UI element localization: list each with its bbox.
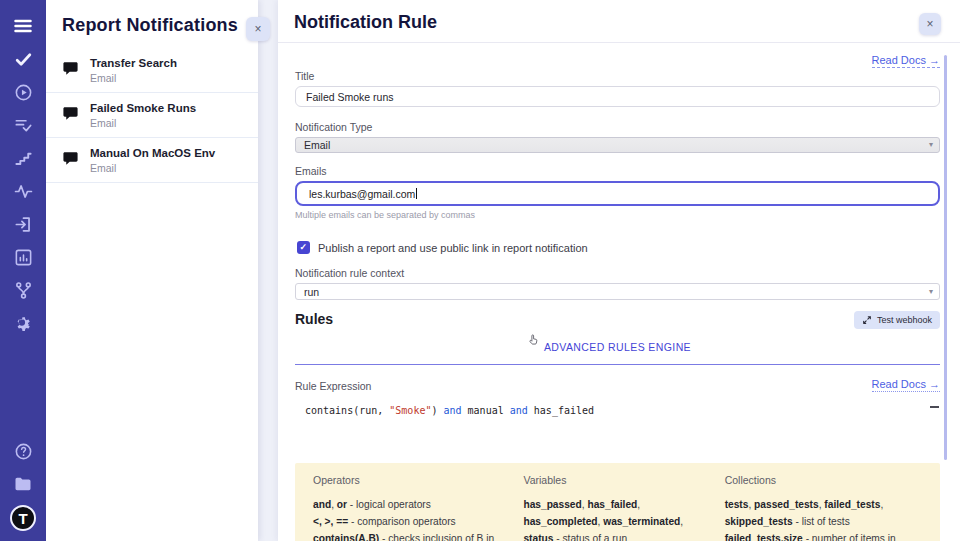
help-column-heading: Variables <box>523 474 698 486</box>
rule-expression-editor[interactable]: contains(run, "Smoke") and manual and ha… <box>295 401 940 463</box>
panel-title: Report Notifications <box>46 0 258 48</box>
main-header: Notification Rule × <box>278 0 960 43</box>
help-item: failed_tests.size - number of items in c… <box>725 530 922 541</box>
help-item: has_passed, has_failed, has_completed, w… <box>523 496 698 541</box>
app-window: T Report Notifications × Transfer Search… <box>0 0 960 541</box>
check-icon[interactable] <box>11 47 35 71</box>
notification-list: Transfer Search Email Failed Smoke Runs … <box>46 48 258 183</box>
publish-checkbox[interactable] <box>297 241 310 254</box>
notification-subtitle: Email <box>90 72 177 84</box>
text-caret <box>416 188 417 199</box>
title-label: Title <box>295 70 940 82</box>
rule-expression-row: Rule Expression Read Docs → <box>295 378 940 392</box>
report-notifications-panel: Report Notifications × Transfer Search E… <box>46 0 258 541</box>
dropdown-arrow-icon: ▾ <box>929 287 933 296</box>
steps-icon[interactable] <box>11 146 35 170</box>
context-select[interactable]: run ▾ <box>295 283 940 300</box>
publish-checkbox-label: Publish a report and use public link in … <box>318 242 588 254</box>
notification-type-select[interactable]: Email ▾ <box>295 137 940 153</box>
form-content: Read Docs → Title Notification Type Emai… <box>278 43 960 541</box>
emails-help-text: Multiple emails can be separated by comm… <box>295 210 940 220</box>
help-icon[interactable] <box>11 439 35 463</box>
notification-title: Manual On MacOS Env <box>90 147 215 159</box>
scrollbar-thumb[interactable] <box>944 55 948 460</box>
rules-help-panel: Operators and, or - logical operators<, … <box>295 463 940 541</box>
title-input[interactable] <box>295 86 940 107</box>
help-column-heading: Collections <box>725 474 922 486</box>
help-items: and, or - logical operators<, >, == - co… <box>313 496 497 541</box>
rule-expression-label: Rule Expression <box>295 380 371 392</box>
help-item: and, or - logical operators <box>313 496 497 513</box>
notification-type-field: Notification Type Email ▾ <box>295 121 940 153</box>
notification-type-label: Notification Type <box>295 121 940 133</box>
notification-title: Failed Smoke Runs <box>90 102 196 114</box>
rules-engine-tabs: ADVANCED RULES ENGINE <box>295 330 940 365</box>
brand-logo[interactable]: T <box>10 505 36 531</box>
list-check-icon[interactable] <box>11 113 35 137</box>
gear-icon[interactable] <box>11 311 35 335</box>
help-items: has_passed, has_failed, has_completed, w… <box>523 496 698 541</box>
help-item: contains(A,B) - checks inclusion of B in… <box>313 530 497 541</box>
bar-chart-icon[interactable] <box>11 245 35 269</box>
git-fork-icon[interactable] <box>11 278 35 302</box>
docs-row: Read Docs → <box>295 50 940 66</box>
context-field: Notification rule context run ▾ <box>295 267 940 300</box>
menu-icon[interactable] <box>11 14 35 38</box>
sidebar: T <box>0 0 46 541</box>
speech-bubble-icon <box>62 105 79 126</box>
main-close-button[interactable]: × <box>919 13 941 35</box>
context-value: run <box>304 286 319 298</box>
publish-checkbox-row: Publish a report and use public link in … <box>295 241 940 254</box>
rule-expression-code: contains(run, "Smoke") and manual and ha… <box>305 405 926 416</box>
test-arrows-icon <box>862 315 872 325</box>
context-label: Notification rule context <box>295 267 940 279</box>
play-circle-icon[interactable] <box>11 80 35 104</box>
notification-type-value: Email <box>304 139 330 151</box>
rules-header-row: Rules Test webhook <box>295 311 940 329</box>
mouse-cursor-icon <box>527 333 540 351</box>
help-item: tests, passed_tests, failed_tests, skipp… <box>725 496 922 530</box>
emails-field: Emails les.kurbas@gmail.com Multiple ema… <box>295 165 940 220</box>
folder-icon[interactable] <box>11 472 35 496</box>
notification-list-item[interactable]: Transfer Search Email <box>46 48 258 93</box>
help-column-heading: Operators <box>313 474 497 486</box>
speech-bubble-icon <box>62 60 79 81</box>
help-column: Variables has_passed, has_failed, has_co… <box>523 474 698 541</box>
fold-marker-icon[interactable] <box>930 406 939 408</box>
notification-subtitle: Email <box>90 162 215 174</box>
help-column: Collections tests, passed_tests, failed_… <box>725 474 922 541</box>
tab-advanced-rules-engine[interactable]: ADVANCED RULES ENGINE <box>544 341 691 353</box>
title-field: Title <box>295 70 940 107</box>
notification-title: Transfer Search <box>90 57 177 69</box>
panel-close-button[interactable]: × <box>246 17 270 41</box>
activity-icon[interactable] <box>11 179 35 203</box>
notification-rule-panel: Notification Rule × Read Docs → Title No… <box>278 0 960 541</box>
speech-bubble-icon <box>62 150 79 171</box>
notification-subtitle: Email <box>90 117 196 129</box>
emails-input[interactable]: les.kurbas@gmail.com <box>295 181 940 206</box>
emails-value: les.kurbas@gmail.com <box>309 188 415 200</box>
rules-heading: Rules <box>295 311 333 327</box>
notification-list-item[interactable]: Failed Smoke Runs Email <box>46 93 258 138</box>
help-item: <, >, == - comparison operators <box>313 513 497 530</box>
help-column: Operators and, or - logical operators<, … <box>313 474 497 541</box>
notification-list-item[interactable]: Manual On MacOS Env Email <box>46 138 258 183</box>
dropdown-arrow-icon: ▾ <box>929 140 933 149</box>
test-webhook-label: Test webhook <box>877 315 932 325</box>
emails-label: Emails <box>295 165 940 177</box>
test-webhook-button[interactable]: Test webhook <box>854 311 940 329</box>
exit-box-icon[interactable] <box>11 212 35 236</box>
read-docs-link-rules[interactable]: Read Docs → <box>872 378 940 392</box>
page-title: Notification Rule <box>294 12 940 33</box>
help-items: tests, passed_tests, failed_tests, skipp… <box>725 496 922 541</box>
read-docs-link[interactable]: Read Docs → <box>872 54 940 68</box>
